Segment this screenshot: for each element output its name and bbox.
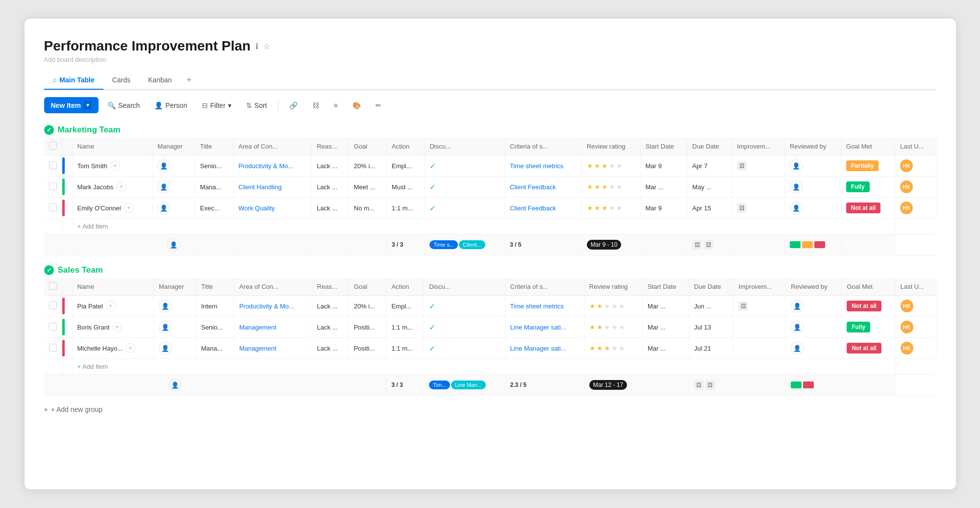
tab-main-table[interactable]: ⌂ Main Table bbox=[44, 71, 103, 90]
manager-avatar[interactable]: 👤 bbox=[159, 342, 172, 355]
link-button[interactable]: 🔗 bbox=[283, 98, 303, 113]
tab-cards[interactable]: Cards bbox=[103, 71, 139, 90]
goal-met-badge: Not at all bbox=[847, 343, 881, 354]
unlink-button[interactable]: ⛓ bbox=[306, 98, 325, 113]
add-person-inline[interactable]: + bbox=[106, 301, 116, 311]
table-header-row: NameManagerTitleArea of Con...Reas...Goa… bbox=[44, 278, 936, 296]
info-icon[interactable]: ℹ bbox=[255, 42, 258, 51]
col-header-15: Last U... bbox=[895, 278, 936, 296]
name-cell: Michelle Hayo... + bbox=[72, 338, 153, 359]
criteria-cell: Client Feedback bbox=[504, 198, 581, 219]
star-icon[interactable]: ☆ bbox=[263, 42, 270, 51]
add-person-inline[interactable]: + bbox=[126, 343, 135, 353]
sort-button[interactable]: ⇅ Sort bbox=[240, 98, 273, 113]
star-2: ★ bbox=[594, 162, 601, 170]
summary-reviewed-spacer bbox=[732, 234, 785, 255]
row-checkbox[interactable] bbox=[49, 203, 57, 211]
row-title: Senio... bbox=[200, 162, 222, 170]
row-checkbox[interactable] bbox=[49, 344, 57, 352]
row-checkbox[interactable] bbox=[49, 323, 57, 330]
summary-person-avatar[interactable]: 👤 bbox=[169, 379, 181, 391]
search-button[interactable]: 🔍 Search bbox=[101, 98, 146, 113]
add-item-label[interactable]: + Add Item bbox=[72, 359, 895, 375]
add-item-label[interactable]: + Add Item bbox=[72, 219, 895, 234]
summary-name-spacer bbox=[72, 234, 152, 255]
add-item-row[interactable]: + Add Item bbox=[44, 219, 936, 234]
manager-avatar[interactable]: 👤 bbox=[159, 300, 172, 312]
reviewed-by-avatar[interactable]: 👤 bbox=[790, 202, 803, 214]
tab-cards-label: Cards bbox=[112, 76, 130, 84]
filter-button[interactable]: ⊟ Filter ▾ bbox=[196, 98, 237, 113]
col-header-11: Due Date bbox=[689, 278, 733, 296]
last-updated-cell: HK bbox=[895, 198, 936, 219]
summary-improvement-icon-2[interactable]: 🖼 bbox=[704, 240, 713, 250]
edit-button[interactable]: ✏ bbox=[370, 98, 387, 113]
area-link[interactable]: Client Handling bbox=[238, 183, 281, 191]
manager-avatar[interactable]: 👤 bbox=[157, 202, 170, 214]
add-tab-button[interactable]: + bbox=[180, 70, 198, 90]
add-item-checkbox-spacer bbox=[44, 219, 62, 234]
summary-checkbox-spacer bbox=[44, 375, 62, 396]
add-group-button[interactable]: + + Add new group bbox=[44, 401, 936, 418]
criteria-link[interactable]: Line Manager sati... bbox=[510, 345, 566, 352]
group-name-marketing[interactable]: Marketing Team bbox=[58, 125, 121, 135]
list-button[interactable]: ≡ bbox=[328, 98, 344, 113]
area-link[interactable]: Management bbox=[239, 345, 276, 352]
goal-cell: 20% i... bbox=[349, 155, 386, 177]
col-header-13: Reviewed by bbox=[785, 138, 841, 155]
add-person-inline[interactable]: + bbox=[112, 322, 122, 332]
reviewed-by-avatar[interactable]: 👤 bbox=[791, 321, 804, 333]
group-name-sales[interactable]: Sales Team bbox=[58, 265, 103, 275]
header-checkbox[interactable] bbox=[49, 142, 57, 150]
color-button[interactable]: 🎨 bbox=[347, 98, 367, 113]
row-checkbox[interactable] bbox=[49, 161, 57, 169]
due-date-cell: Apr 15 bbox=[687, 198, 732, 219]
row-reason: Lack ... bbox=[317, 303, 338, 310]
criteria-link[interactable]: Client Feedback bbox=[510, 183, 556, 191]
reviewed-by-avatar[interactable]: 👤 bbox=[791, 300, 804, 312]
col-header-11: Due Date bbox=[687, 138, 732, 155]
reviewed-by-avatar[interactable]: 👤 bbox=[790, 159, 803, 172]
improvement-icon[interactable]: 🖼 bbox=[738, 301, 748, 311]
header-checkbox[interactable] bbox=[49, 282, 57, 290]
row-reason: Lack ... bbox=[317, 162, 337, 170]
action-cell: 1:1 m... bbox=[387, 198, 425, 219]
improvement-icon[interactable]: 🖼 bbox=[737, 203, 747, 213]
summary-improvement-icon-1[interactable]: 🖼 bbox=[692, 240, 702, 250]
row-checkbox[interactable] bbox=[49, 182, 57, 190]
star-1: ★ bbox=[589, 344, 596, 352]
reviewed-by-avatar[interactable]: 👤 bbox=[790, 180, 803, 193]
manager-cell: 👤 bbox=[153, 296, 196, 317]
tab-kanban[interactable]: Kanban bbox=[139, 71, 180, 90]
manager-avatar[interactable]: 👤 bbox=[157, 159, 170, 172]
board-description[interactable]: Add board description bbox=[44, 56, 936, 63]
add-person-inline[interactable]: + bbox=[116, 182, 126, 192]
summary-improvement-icon-1[interactable]: 🖼 bbox=[694, 380, 704, 390]
manager-avatar[interactable]: 👤 bbox=[159, 321, 172, 333]
criteria-link[interactable]: Line Manager sati... bbox=[510, 324, 566, 331]
area-link[interactable]: Productivity & Mo... bbox=[239, 303, 294, 310]
summary-person-avatar[interactable]: 👤 bbox=[167, 238, 180, 251]
add-item-row[interactable]: + Add Item bbox=[44, 359, 936, 375]
summary-improvement-icon-2[interactable]: 🖼 bbox=[705, 380, 715, 390]
star-4: ★ bbox=[611, 302, 618, 310]
criteria-link[interactable]: Time sheet metrics bbox=[510, 162, 563, 170]
rating-cell: ★★★★★ bbox=[581, 155, 640, 177]
add-person-inline[interactable]: + bbox=[110, 161, 120, 171]
add-person-inline[interactable]: + bbox=[124, 203, 134, 213]
table-row: Pia Patel + 👤InternProductivity & Mo...L… bbox=[44, 296, 936, 317]
person-button[interactable]: 👤 Person bbox=[149, 98, 193, 113]
summary-rating: 2.3 / 5 bbox=[510, 381, 527, 388]
row-checkbox[interactable] bbox=[49, 302, 57, 309]
reviewed-by-avatar[interactable]: 👤 bbox=[791, 342, 804, 355]
summary-reason-spacer bbox=[312, 234, 349, 255]
new-item-button[interactable]: New Item ▾ bbox=[44, 97, 99, 113]
criteria-link[interactable]: Time sheet metrics bbox=[510, 303, 564, 310]
new-item-dropdown-arrow[interactable]: ▾ bbox=[84, 101, 92, 109]
area-link[interactable]: Work Quality bbox=[238, 204, 275, 212]
area-link[interactable]: Management bbox=[239, 324, 276, 331]
manager-avatar[interactable]: 👤 bbox=[157, 180, 170, 193]
criteria-link[interactable]: Client Feedback bbox=[510, 204, 556, 212]
improvement-icon[interactable]: 🖼 bbox=[737, 161, 747, 171]
area-link[interactable]: Productivity & Mo... bbox=[238, 162, 293, 170]
